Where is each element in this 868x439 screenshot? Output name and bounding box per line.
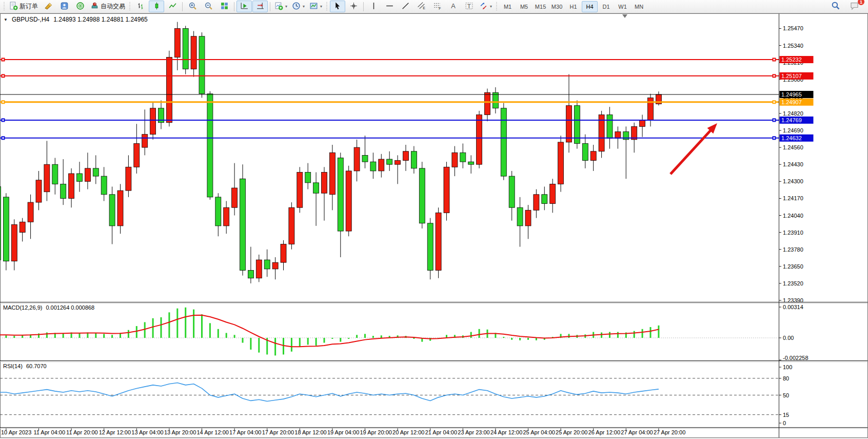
candle-up	[11, 224, 17, 261]
macd-histogram-bar	[234, 335, 235, 338]
text-button[interactable]: A	[445, 1, 461, 12]
auto-scroll-button[interactable]	[236, 1, 252, 12]
timeframe-w1-button[interactable]: W1	[615, 1, 630, 12]
trendline-icon	[401, 2, 410, 12]
bar-chart-button[interactable]	[133, 1, 148, 12]
new-order-button[interactable]: 新订单	[7, 1, 40, 12]
candle-down	[109, 195, 115, 226]
timeframe-h1-button[interactable]: H1	[565, 1, 581, 12]
price-axis-tick-label: 1.24690	[783, 127, 803, 133]
brush-button[interactable]	[41, 1, 56, 12]
label-button[interactable]: T	[461, 1, 477, 12]
timeframe-m5-button[interactable]: M5	[516, 1, 532, 12]
new-order-label: 新订单	[19, 2, 38, 11]
toolbar-grip[interactable]	[496, 2, 498, 11]
timeframe-m15-button[interactable]: M15	[532, 1, 548, 12]
toolbar-grip[interactable]	[326, 2, 328, 11]
profiles-button[interactable]	[56, 1, 72, 12]
crosshair-button[interactable]	[346, 1, 361, 12]
macd-histogram-bar	[568, 334, 570, 338]
candlestick-button[interactable]	[149, 1, 164, 12]
zoom-in-button[interactable]	[185, 1, 200, 12]
macd-histogram-bar	[250, 338, 251, 350]
auto-trading-button[interactable]: 自动交易	[88, 1, 127, 12]
candle-up	[566, 106, 572, 142]
tile-windows-button[interactable]	[216, 1, 232, 12]
timeframe-m1-button[interactable]: M1	[500, 1, 516, 12]
line-chart-icon	[168, 2, 177, 12]
candle-up	[174, 28, 180, 57]
macd-pane-label: MACD(12,26,9) 0.001264 0.000868	[3, 304, 94, 311]
rsi-value: 60.7070	[26, 363, 47, 369]
candle-up	[19, 222, 25, 232]
brush-icon	[44, 2, 53, 12]
macd-histogram-bar	[511, 338, 512, 340]
chat-button[interactable]: 1	[846, 1, 862, 12]
candle-down	[468, 162, 474, 164]
arrows-icon	[479, 2, 488, 12]
indicators-button[interactable]: ▾	[272, 1, 289, 12]
toolbar-separator	[270, 2, 270, 11]
tile-windows-icon	[220, 2, 229, 12]
timeframe-d1-button[interactable]: D1	[598, 1, 614, 12]
macd-histogram-bar	[13, 336, 15, 338]
channel-button[interactable]: E	[413, 1, 429, 12]
macd-histogram-bar	[307, 338, 309, 345]
macd-histogram-bar	[470, 332, 472, 338]
periods-button[interactable]: ▾	[290, 1, 307, 12]
candle-up	[322, 172, 327, 193]
time-axis-label: 19 Apr 04:00	[327, 429, 359, 435]
periods-icon	[292, 2, 301, 12]
signals-button[interactable]	[72, 1, 88, 12]
macd-histogram-bar	[356, 335, 358, 338]
line-handle-center	[774, 137, 775, 139]
arrows-button[interactable]: ▾	[477, 1, 494, 12]
candle-up	[281, 244, 286, 263]
price-axis-tick-label: 1.24170	[783, 195, 803, 201]
cursor-icon	[333, 2, 342, 12]
price-axis-tick-label: 1.24040	[783, 213, 803, 219]
toolbar-grip[interactable]	[3, 2, 6, 11]
line-handle-center	[774, 101, 775, 103]
price-axis-tick-label: 1.25470	[783, 25, 803, 31]
search-button[interactable]	[828, 1, 843, 12]
chart-shift-icon	[256, 2, 265, 12]
time-axis-label: 10 Apr 2023	[1, 429, 31, 435]
candle-up	[485, 92, 490, 114]
horizontal-line-button[interactable]	[382, 1, 397, 12]
svg-text:A: A	[451, 2, 456, 10]
hline-price-tag-label: 1.25107	[781, 73, 802, 79]
svg-text:F: F	[439, 6, 441, 10]
templates-button[interactable]: ▾	[307, 1, 324, 12]
periods-caret-icon: ▾	[303, 4, 305, 9]
candle-up	[142, 135, 148, 147]
toolbar-grip[interactable]	[129, 2, 131, 11]
timeframe-mn-button[interactable]: MN	[631, 1, 647, 12]
candle-down	[52, 164, 58, 184]
chart-canvas[interactable]: 1.254701.253401.252101.250801.249501.248…	[0, 13, 868, 439]
zoom-out-button[interactable]	[201, 1, 216, 12]
chart-symbol: GBPUSD-,H4	[12, 16, 49, 23]
macd-histogram-bar	[136, 326, 137, 338]
time-axis-label: 24 Apr 12:00	[490, 429, 522, 435]
line-chart-button[interactable]	[165, 1, 180, 12]
timeframe-h4-button[interactable]: H4	[582, 1, 598, 12]
price-axis-tick-label: 1.24820	[783, 110, 803, 117]
price-axis-tick-label: 1.24560	[783, 144, 803, 150]
time-axis-label: 18 Apr 12:00	[294, 429, 326, 435]
fibonacci-button[interactable]: F	[429, 1, 445, 12]
timeframe-m30-button[interactable]: M30	[549, 1, 565, 12]
macd-histogram-bar	[658, 326, 659, 338]
line-handle-center	[3, 75, 4, 77]
cursor-button[interactable]	[330, 1, 345, 12]
candle-up	[85, 168, 90, 181]
templates-icon	[309, 2, 318, 12]
macd-histogram-bar	[111, 335, 113, 338]
trendline-button[interactable]	[398, 1, 413, 12]
crosshair-icon	[349, 2, 358, 12]
candle-up	[166, 57, 172, 122]
chart-shift-button[interactable]	[252, 1, 268, 12]
vertical-line-button[interactable]	[366, 1, 381, 12]
candle-down	[509, 176, 515, 207]
macd-histogram-bar	[152, 318, 154, 338]
